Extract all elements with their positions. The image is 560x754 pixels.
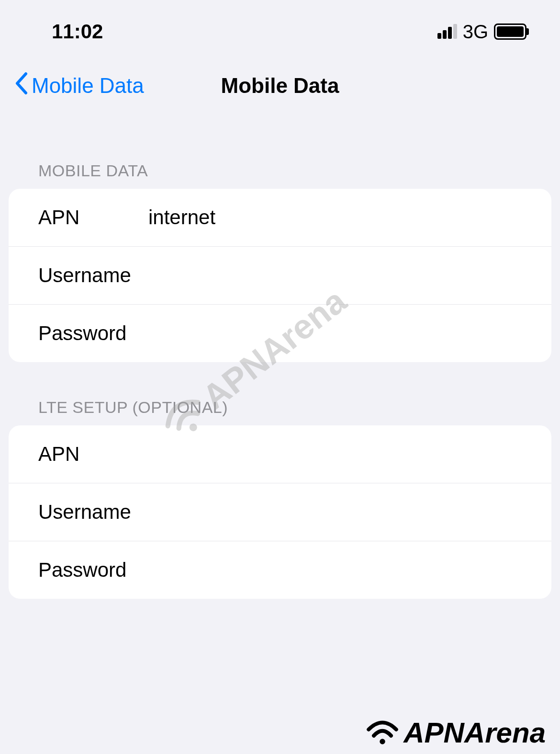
apn-row[interactable]: APN xyxy=(9,189,551,247)
section-header-mobile-data: MOBILE DATA xyxy=(0,114,560,189)
lte-password-row[interactable]: Password xyxy=(9,541,551,599)
lte-apn-input[interactable] xyxy=(148,443,522,466)
chevron-left-icon xyxy=(14,72,28,99)
username-label: Username xyxy=(38,264,148,287)
navigation-bar: Mobile Data Mobile Data xyxy=(0,57,560,114)
password-input[interactable] xyxy=(148,322,522,345)
svg-point-1 xyxy=(380,739,385,744)
password-label: Password xyxy=(38,322,148,345)
mobile-data-card: APN Username Password xyxy=(9,189,551,362)
password-row[interactable]: Password xyxy=(9,305,551,362)
username-row[interactable]: Username xyxy=(9,247,551,305)
network-type: 3G xyxy=(463,21,488,43)
watermark-bottom: APNArena xyxy=(365,716,546,749)
status-indicators: 3G xyxy=(437,21,526,43)
apn-input[interactable] xyxy=(148,206,522,229)
lte-username-row[interactable]: Username xyxy=(9,483,551,541)
status-time: 11:02 xyxy=(52,20,103,43)
page-title: Mobile Data xyxy=(221,74,339,98)
apn-label: APN xyxy=(38,206,148,229)
lte-username-label: Username xyxy=(38,501,148,524)
status-bar: 11:02 3G xyxy=(0,0,560,57)
lte-apn-row[interactable]: APN xyxy=(9,425,551,483)
username-input[interactable] xyxy=(148,264,522,287)
section-header-lte-setup: LTE SETUP (OPTIONAL) xyxy=(0,362,560,425)
lte-setup-card: APN Username Password xyxy=(9,425,551,599)
lte-password-label: Password xyxy=(38,559,148,582)
battery-icon xyxy=(494,23,526,40)
signal-strength-icon xyxy=(437,24,457,39)
lte-password-input[interactable] xyxy=(148,559,522,582)
watermark-text: APNArena xyxy=(403,716,546,749)
wifi-icon xyxy=(365,719,400,747)
back-label: Mobile Data xyxy=(32,74,144,98)
lte-apn-label: APN xyxy=(38,443,148,466)
back-button[interactable]: Mobile Data xyxy=(14,72,144,99)
lte-username-input[interactable] xyxy=(148,501,522,524)
